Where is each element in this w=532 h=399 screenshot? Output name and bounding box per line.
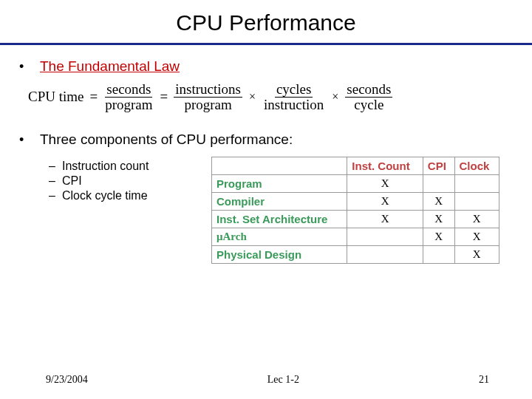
footer-center: Lec 1-2 (267, 374, 299, 386)
cell: X (454, 228, 499, 245)
components-section: – Instruction count – CPI – Clock cycle … (19, 155, 513, 264)
sub-item: – Clock cycle time (49, 189, 211, 202)
cell (347, 228, 423, 245)
row-label: μArch (212, 228, 347, 245)
performance-table: Inst. Count CPI Clock Program X Compiler… (211, 157, 499, 264)
performance-table-wrap: Inst. Count CPI Clock Program X Compiler… (211, 157, 513, 264)
sub-label: CPI (62, 174, 82, 188)
bullet-text: The Fundamental Law (40, 58, 180, 75)
cell: X (454, 245, 499, 263)
eq-num: instructions (174, 82, 242, 98)
eq-den: instruction (262, 98, 325, 112)
cell: X (423, 192, 454, 210)
table-row: Compiler X X (212, 192, 499, 210)
eq-den: cycle (352, 98, 385, 112)
cpu-time-equation: CPU time = seconds program = instruction… (28, 82, 513, 112)
col-inst-count: Inst. Count (347, 157, 423, 174)
cell (347, 245, 423, 263)
eq-den: program (103, 98, 154, 112)
bullet-dot: • (19, 132, 40, 148)
eq-lhs: CPU time (28, 89, 83, 105)
cell: X (423, 210, 454, 228)
eq-times: × (248, 90, 256, 103)
sub-label: Instruction count (62, 160, 149, 173)
sub-item: – Instruction count (49, 160, 211, 173)
table-row: Inst. Set Architecture X X X (212, 210, 499, 228)
title-rule (0, 43, 532, 45)
row-label: Program (212, 174, 347, 192)
table-row: Physical Design X (212, 245, 499, 263)
row-label: Inst. Set Architecture (212, 210, 347, 228)
cell (454, 174, 499, 192)
cell (423, 174, 454, 192)
bullet-text: Three components of CPU performance: (40, 132, 293, 148)
table-corner (212, 157, 347, 174)
cell: X (347, 192, 423, 210)
cell: X (347, 174, 423, 192)
slide-title: CPU Performance (0, 0, 532, 43)
table-row: μArch X X (212, 228, 499, 245)
cell (454, 192, 499, 210)
cell: X (423, 228, 454, 245)
bullet-fundamental-law: • The Fundamental Law (19, 58, 513, 75)
row-label: Compiler (212, 192, 347, 210)
dash: – (49, 189, 62, 202)
footer-date: 9/23/2004 (46, 374, 88, 386)
eq-num: seconds (345, 82, 392, 98)
footer-page: 21 (479, 374, 489, 386)
sub-item: – CPI (49, 174, 211, 188)
bullet-three-components: • Three components of CPU performance: (19, 132, 513, 148)
sub-bullet-list: – Instruction count – CPI – Clock cycle … (49, 160, 211, 204)
eq-frac-1: seconds program (103, 82, 154, 112)
sub-label: Clock cycle time (62, 189, 148, 202)
eq-num: cycles (275, 82, 313, 98)
eq-frac-3: cycles instruction (262, 82, 325, 112)
dash: – (49, 160, 62, 173)
eq-equals: = (160, 89, 168, 105)
col-clock: Clock (454, 157, 499, 174)
col-cpi: CPI (423, 157, 454, 174)
eq-times: × (331, 90, 339, 103)
table-header-row: Inst. Count CPI Clock (212, 157, 499, 174)
cell: X (347, 210, 423, 228)
bullet-dot: • (19, 59, 40, 75)
table-row: Program X (212, 174, 499, 192)
dash: – (49, 174, 62, 188)
row-label: Physical Design (212, 245, 347, 263)
slide-footer: 9/23/2004 Lec 1-2 21 (0, 374, 532, 386)
eq-frac-2: instructions program (174, 82, 242, 112)
eq-num: seconds (105, 82, 152, 98)
cell: X (454, 210, 499, 228)
cell (423, 245, 454, 263)
eq-equals: = (89, 89, 98, 105)
slide-body: • The Fundamental Law CPU time = seconds… (0, 58, 532, 264)
eq-frac-4: seconds cycle (345, 82, 392, 112)
eq-den: program (183, 98, 233, 112)
